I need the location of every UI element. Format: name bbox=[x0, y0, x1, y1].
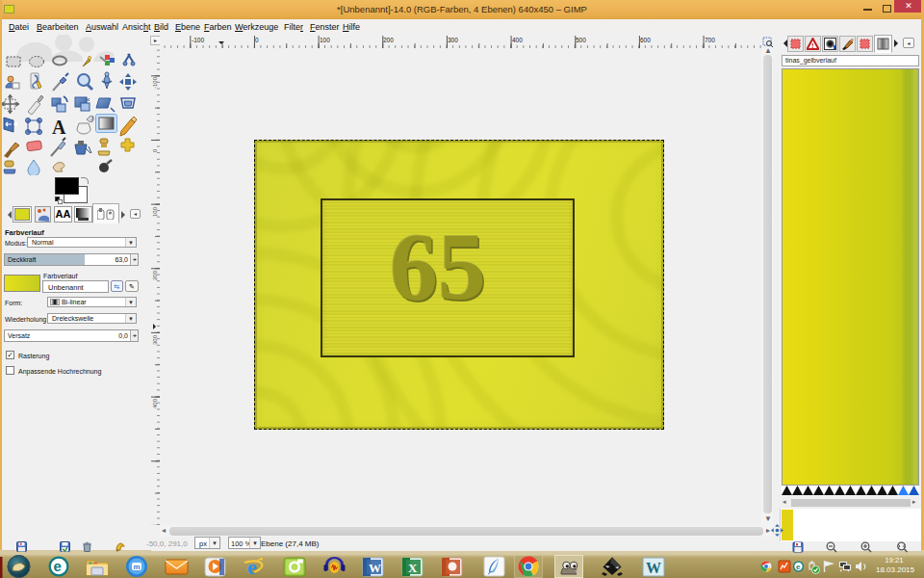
svg-text:X: X bbox=[408, 561, 418, 575]
svg-text:m: m bbox=[134, 563, 141, 571]
svg-text:A: A bbox=[52, 117, 66, 138]
svg-text:e: e bbox=[796, 563, 801, 571]
svg-text:e: e bbox=[54, 558, 62, 574]
svg-text:!: ! bbox=[811, 41, 814, 50]
svg-text:W: W bbox=[646, 560, 661, 576]
svg-text:W: W bbox=[369, 561, 381, 575]
svg-text:e: e bbox=[247, 555, 257, 578]
